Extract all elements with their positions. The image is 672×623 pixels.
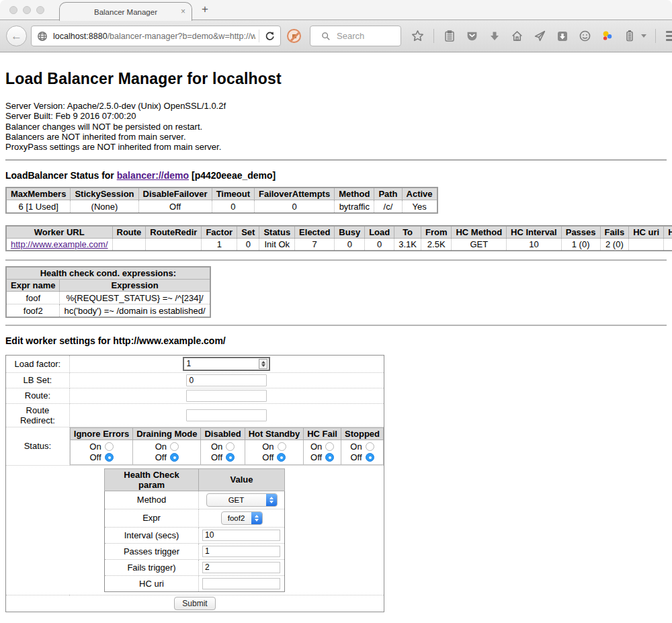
- radio-ignore-errors-off[interactable]: [105, 453, 114, 462]
- tab-title: Balancer Manager: [94, 8, 157, 16]
- hc-expressions-title: Health check cond. expressions:: [6, 267, 210, 280]
- search-placeholder: Search: [337, 31, 364, 41]
- menu-icon[interactable]: [665, 30, 672, 43]
- colored-dots-extension-icon[interactable]: [601, 30, 614, 43]
- hc-expr-select[interactable]: foof2: [221, 511, 263, 525]
- number-stepper-icon[interactable]: [259, 359, 267, 369]
- hc-uri-input[interactable]: [202, 578, 280, 589]
- table-row: http://www.example.com/ 1 0 Init Ok 7 0 …: [6, 238, 672, 251]
- radio-stopped-off[interactable]: [366, 453, 374, 462]
- radio-hc-fail-on[interactable]: [325, 442, 334, 451]
- hc-passes-input[interactable]: [202, 546, 280, 557]
- home-icon[interactable]: [511, 30, 524, 43]
- send-plane-icon[interactable]: [533, 30, 546, 43]
- divider: [5, 325, 667, 326]
- radio-stopped-on[interactable]: [366, 442, 374, 451]
- radio-hot-standby-on[interactable]: [278, 442, 286, 451]
- search-bar[interactable]: Search: [310, 26, 401, 46]
- chat-smiley-icon[interactable]: [578, 30, 591, 43]
- proxypass-notice-line: ProxyPass settings are NOT inherited fro…: [5, 142, 667, 152]
- server-version-line: Server Version: Apache/2.5.0-dev (Unix) …: [5, 101, 667, 111]
- globe-icon: [36, 30, 49, 43]
- battery-icon[interactable]: [623, 30, 636, 43]
- persist-notice-line: Balancer changes will NOT be persisted o…: [5, 122, 667, 132]
- select-arrows-icon: [266, 494, 277, 506]
- select-arrows-icon: [251, 512, 262, 524]
- url-input[interactable]: localhost:8880/balancer-manager?b=demo&w…: [53, 32, 255, 41]
- tab-balancer-manager[interactable]: Balancer Manager ×: [59, 2, 192, 21]
- radio-hc-fail-off[interactable]: [325, 453, 334, 462]
- page-content: Load Balancer Manager for localhost Serv…: [0, 52, 672, 623]
- window-close-button[interactable]: [9, 6, 17, 14]
- hc-method-label: Method: [105, 491, 199, 509]
- window-zoom-button[interactable]: [36, 6, 44, 14]
- downloads-icon[interactable]: [488, 30, 501, 43]
- load-factor-input[interactable]: 1: [183, 357, 270, 371]
- page-title: Load Balancer Manager for localhost: [5, 70, 667, 88]
- hc-fails-input[interactable]: [202, 562, 280, 573]
- bookmark-star-icon[interactable]: [411, 30, 424, 43]
- health-check-param-table: Health Check param Value Method GET: [104, 468, 285, 592]
- reload-icon[interactable]: [263, 30, 276, 43]
- worker-status-table: Worker URL Route RouteRedir Factor Set S…: [5, 225, 672, 252]
- status-radio-table: Ignore Errors Draining Mode Disabled Hot…: [70, 427, 384, 465]
- block-images-icon[interactable]: [287, 29, 301, 43]
- radio-draining-mode-on[interactable]: [170, 442, 179, 451]
- route-label: Route:: [6, 388, 70, 403]
- balancer-demo-link[interactable]: balancer://demo: [117, 170, 189, 181]
- back-button[interactable]: ←: [6, 26, 27, 46]
- toolbar-icon-cluster: [411, 29, 672, 43]
- route-redirect-label: Route Redirect:: [6, 403, 70, 427]
- navigation-toolbar: ← localhost:8880/balancer-manager?b=demo…: [0, 20, 672, 52]
- radio-disabled-on[interactable]: [226, 442, 235, 451]
- tab-strip: Balancer Manager × +: [0, 0, 672, 20]
- route-redirect-input[interactable]: [186, 409, 267, 421]
- table-row: 6 [1 Used] (None) Off 0 0 bytraffic /c/ …: [6, 200, 437, 213]
- back-icon: ←: [11, 30, 22, 43]
- radio-disabled-off[interactable]: [226, 453, 235, 462]
- window-minimize-button[interactable]: [23, 6, 31, 14]
- route-input[interactable]: [186, 390, 267, 402]
- edit-worker-heading: Edit worker settings for http://www.exam…: [5, 335, 667, 346]
- worker-url-link[interactable]: http://www.example.com/: [11, 239, 108, 249]
- tab-close-icon[interactable]: ×: [181, 7, 185, 15]
- load-factor-label: Load factor:: [6, 355, 70, 372]
- balancers-notice-line: Balancers are NOT inherited from main se…: [5, 132, 667, 142]
- pocket-icon[interactable]: [466, 30, 479, 43]
- divider: [5, 159, 667, 161]
- install-square-icon[interactable]: [556, 30, 569, 43]
- status-label: Status:: [6, 427, 70, 465]
- server-info: Server Version: Apache/2.5.0-dev (Unix) …: [5, 101, 667, 152]
- submit-button[interactable]: Submit: [174, 597, 215, 610]
- server-built-line: Server Built: Feb 9 2016 07:00:20: [5, 111, 667, 121]
- browser-window: Balancer Manager × + ← localhost:8880/ba…: [0, 0, 672, 623]
- divider: [5, 259, 667, 261]
- radio-draining-mode-off[interactable]: [170, 453, 179, 462]
- edit-worker-form: Load factor: 1 LB Set: Route: Route Redi…: [5, 355, 384, 612]
- hc-expr-label: Expr: [105, 509, 199, 527]
- dropdown-caret-icon[interactable]: [641, 34, 646, 38]
- search-icon: [319, 30, 333, 43]
- lb-set-input[interactable]: [186, 374, 267, 386]
- radio-ignore-errors-on[interactable]: [105, 442, 114, 451]
- radio-hot-standby-off[interactable]: [277, 453, 286, 462]
- hc-method-select[interactable]: GET: [206, 493, 278, 507]
- clipboard-icon[interactable]: [443, 30, 456, 43]
- hc-interval-label: Interval (secs): [105, 527, 199, 543]
- table-row: foof %{REQUEST_STATUS} =~ /^[234]/: [6, 292, 210, 304]
- table-row: foof2 hc('body') =~ /domain is establish…: [6, 304, 210, 317]
- hc-fails-label: Fails trigger): [105, 559, 199, 575]
- window-controls[interactable]: [9, 6, 44, 14]
- url-bar[interactable]: localhost:8880/balancer-manager?b=demo&w…: [31, 26, 281, 46]
- hc-interval-input[interactable]: [202, 530, 280, 541]
- new-tab-button[interactable]: +: [202, 3, 208, 16]
- hc-uri-label: HC uri: [105, 575, 199, 591]
- hc-passes-label: Passes trigger: [105, 543, 199, 559]
- balancer-status-heading: LoadBalancer Status for balancer://demo …: [5, 170, 667, 181]
- hc-expressions-table: Health check cond. expressions: Expr nam…: [5, 266, 211, 318]
- balancer-status-table: MaxMembers StickySession DisableFailover…: [5, 187, 438, 214]
- lb-set-label: LB Set:: [6, 372, 70, 388]
